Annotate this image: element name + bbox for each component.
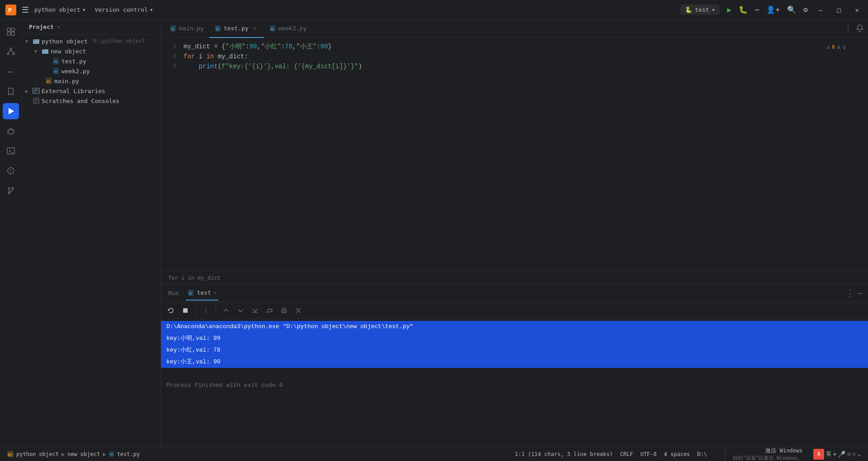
- activity-bookmarks-icon[interactable]: [3, 83, 19, 99]
- run-config-dropdown-icon: ▾: [712, 6, 715, 13]
- svg-text:P: P: [8, 7, 12, 14]
- test-py-tab-icon: py: [215, 25, 221, 32]
- status-test-py-icon: py: [109, 452, 114, 457]
- activity-more-icon[interactable]: ⋯: [3, 63, 19, 80]
- svg-text:py: py: [171, 27, 175, 30]
- hamburger-menu-icon[interactable]: ☰: [22, 5, 29, 14]
- run-panel-more-icon[interactable]: ⋮: [846, 288, 854, 298]
- ime-mic-icon[interactable]: 🎤: [838, 451, 845, 458]
- minimize-button[interactable]: —: [815, 5, 826, 14]
- stop-button[interactable]: [179, 304, 192, 317]
- search-icon[interactable]: 🔍: [787, 5, 796, 14]
- activity-run-icon[interactable]: [3, 103, 19, 119]
- debug-button[interactable]: 🐛: [739, 5, 748, 14]
- activity-bar: ⋯: [0, 20, 22, 447]
- activity-project-icon[interactable]: [3, 24, 19, 40]
- run-tab-test-icon: py: [188, 290, 194, 296]
- ime-dots: ●: [833, 452, 836, 456]
- svg-line-13: [7, 130, 8, 131]
- tree-arrow-external-libs: ▶: [25, 89, 31, 94]
- line-content-2: for i in my_dict:: [184, 52, 868, 61]
- tab-week2-py[interactable]: py week2.py: [264, 20, 312, 38]
- expand-warnings-icon[interactable]: ∧: [837, 42, 840, 52]
- warning-count: 6: [832, 42, 835, 52]
- notification-bell-icon[interactable]: [855, 24, 864, 34]
- tree-item-external-libs[interactable]: ▶ External Libraries: [22, 86, 160, 96]
- run-config-icon: 🐍: [685, 6, 692, 13]
- ime-more1[interactable]: ⊞: [847, 451, 850, 457]
- svg-line-10: [11, 50, 14, 53]
- tab-label-main-py: main.py: [179, 25, 204, 32]
- titlebar-right: 🐍 test ▾ ▶ 🐛 ⋯ 👤+ 🔍 ⚙ — □ ✕: [680, 5, 863, 15]
- account-icon[interactable]: 👤+: [766, 5, 780, 14]
- status-sep1: ▶: [61, 451, 65, 457]
- status-line-ending[interactable]: CRLF: [620, 451, 633, 457]
- tab-label-week2-py: week2.py: [278, 25, 307, 32]
- svg-rect-55: [283, 308, 285, 310]
- svg-rect-3: [7, 32, 10, 35]
- collapse-warnings-icon[interactable]: ∨: [843, 42, 846, 52]
- svg-rect-2: [7, 28, 10, 31]
- titlebar: P ☰ python object ▾ Version control ▾ 🐍 …: [0, 0, 868, 20]
- run-tab-close-icon[interactable]: ✕: [214, 290, 217, 295]
- status-indent[interactable]: 4 spaces: [664, 451, 690, 457]
- more-actions-icon[interactable]: ⋯: [755, 5, 760, 14]
- sidebar-dropdown-icon[interactable]: ▾: [57, 24, 60, 29]
- project-selector[interactable]: python object ▾: [34, 6, 86, 13]
- maximize-button[interactable]: □: [833, 5, 844, 14]
- ime-more3[interactable]: ☁: [858, 451, 861, 457]
- svg-text:py: py: [54, 70, 58, 73]
- run-output[interactable]: D:\Anaconda\anaconda3\python.exe "D:\pyt…: [161, 319, 868, 447]
- svg-rect-27: [33, 39, 36, 41]
- run-panel-minimize-icon[interactable]: —: [858, 288, 863, 298]
- restart-button[interactable]: [165, 304, 177, 317]
- tree-label-week2-py: week2.py: [61, 68, 90, 75]
- tree-label-external-libs: External Libraries: [42, 88, 105, 94]
- scroll-to-end-button[interactable]: [249, 304, 261, 317]
- ime-label[interactable]: 英: [826, 450, 831, 458]
- tree-label-main-py: main.py: [54, 78, 79, 85]
- main-py-icon: py: [45, 77, 52, 85]
- code-editor[interactable]: ⚠ 6 ∧ ∨ 1 my_dict = {"小明":99,"小红":78,"小王…: [161, 38, 868, 284]
- status-sep2: ▶: [103, 451, 106, 457]
- activity-git-icon[interactable]: [3, 183, 19, 199]
- editor-breadcrumb: for i in my_dict: [161, 271, 868, 284]
- settings-icon[interactable]: ⚙: [803, 5, 808, 14]
- tree-item-main-py[interactable]: py main.py: [22, 76, 160, 86]
- activity-debug-icon[interactable]: [3, 123, 19, 139]
- close-button[interactable]: ✕: [852, 5, 863, 14]
- tab-main-py[interactable]: py main.py: [165, 20, 209, 38]
- clear-button[interactable]: [292, 304, 305, 317]
- version-control-selector[interactable]: Version control ▾: [95, 6, 153, 13]
- tree-item-scratches[interactable]: Scratches and Consoles: [22, 96, 160, 106]
- output-line-3: key:小王,val: 90: [161, 356, 868, 368]
- more-run-options-icon[interactable]: ⋮: [199, 304, 212, 317]
- tree-label-new-object: new object: [51, 48, 86, 55]
- print-button[interactable]: [278, 304, 290, 317]
- tab-more-button[interactable]: ⋮: [844, 24, 852, 33]
- svg-text:py: py: [189, 291, 193, 295]
- tree-item-python-object[interactable]: ▼ python object D:\python object: [22, 36, 160, 46]
- run-button[interactable]: ▶: [727, 5, 731, 14]
- status-encoding[interactable]: UTF-8: [640, 451, 656, 457]
- run-tab-run[interactable]: Run: [166, 286, 180, 300]
- svg-rect-4: [11, 28, 14, 31]
- run-tab-test[interactable]: py test ✕: [186, 286, 218, 301]
- run-configuration[interactable]: 🐍 test ▾: [680, 5, 720, 15]
- tree-item-test-py[interactable]: py test.py: [22, 56, 160, 66]
- activity-terminal-icon[interactable]: [3, 143, 19, 159]
- scroll-up-button[interactable]: [220, 304, 232, 317]
- ime-more2[interactable]: ⊡: [853, 451, 856, 457]
- tree-item-week2-py[interactable]: py week2.py: [22, 66, 160, 76]
- code-line-1: 1 my_dict = {"小明":99,"小红":78,"小王":90}: [161, 42, 868, 52]
- activity-structure-icon[interactable]: [3, 43, 19, 60]
- tab-close-test-py[interactable]: ✕: [251, 25, 259, 32]
- breadcrumb-text: for i in my_dict: [168, 275, 221, 281]
- soft-wrap-button[interactable]: [263, 304, 276, 317]
- tree-item-new-object[interactable]: ▼ new object: [22, 46, 160, 56]
- code-line-3: 3 print(f"key:{'{i}'},val: {'{my_dict[i]…: [161, 61, 868, 71]
- activity-problems-icon[interactable]: [3, 163, 19, 179]
- output-line-1: key:小明,val: 99: [161, 333, 868, 344]
- tab-test-py[interactable]: py test.py ✕: [209, 20, 264, 38]
- scroll-down-button[interactable]: [234, 304, 247, 317]
